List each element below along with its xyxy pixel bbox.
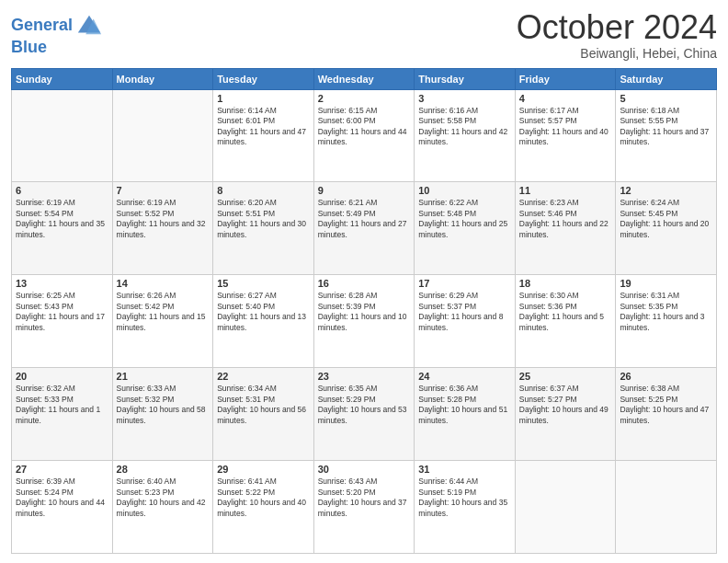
day-info: Sunrise: 6:38 AM Sunset: 5:25 PM Dayligh… — [620, 384, 712, 426]
day-info: Sunrise: 6:18 AM Sunset: 5:55 PM Dayligh… — [620, 106, 712, 148]
calendar-cell: 9Sunrise: 6:21 AM Sunset: 5:49 PM Daylig… — [313, 182, 415, 275]
calendar-cell: 12Sunrise: 6:24 AM Sunset: 5:45 PM Dayli… — [616, 182, 717, 275]
day-info: Sunrise: 6:21 AM Sunset: 5:49 PM Dayligh… — [318, 198, 411, 240]
day-number: 5 — [620, 93, 712, 104]
day-info: Sunrise: 6:35 AM Sunset: 5:29 PM Dayligh… — [318, 384, 411, 426]
calendar-cell: 29Sunrise: 6:41 AM Sunset: 5:22 PM Dayli… — [213, 461, 314, 554]
logo: General Blue — [11, 13, 102, 57]
calendar-cell: 30Sunrise: 6:43 AM Sunset: 5:20 PM Dayli… — [313, 461, 415, 554]
logo-icon — [76, 13, 102, 39]
calendar-cell: 23Sunrise: 6:35 AM Sunset: 5:29 PM Dayli… — [313, 368, 415, 461]
header: General Blue October 2024 Beiwangli, Heb… — [11, 9, 717, 61]
calendar-cell: 27Sunrise: 6:39 AM Sunset: 5:24 PM Dayli… — [12, 461, 113, 554]
calendar-cell: 14Sunrise: 6:26 AM Sunset: 5:42 PM Dayli… — [112, 275, 213, 368]
day-info: Sunrise: 6:23 AM Sunset: 5:46 PM Dayligh… — [519, 198, 612, 240]
week-row-1: 1Sunrise: 6:14 AM Sunset: 6:01 PM Daylig… — [12, 89, 717, 182]
weekday-header-saturday: Saturday — [616, 68, 717, 89]
day-info: Sunrise: 6:34 AM Sunset: 5:31 PM Dayligh… — [217, 384, 310, 426]
weekday-header-tuesday: Tuesday — [213, 68, 314, 89]
day-info: Sunrise: 6:28 AM Sunset: 5:39 PM Dayligh… — [318, 291, 411, 333]
day-number: 10 — [418, 185, 511, 196]
calendar-cell — [112, 89, 213, 182]
day-info: Sunrise: 6:33 AM Sunset: 5:32 PM Dayligh… — [117, 384, 210, 426]
day-info: Sunrise: 6:22 AM Sunset: 5:48 PM Dayligh… — [418, 198, 511, 240]
day-info: Sunrise: 6:43 AM Sunset: 5:20 PM Dayligh… — [318, 477, 411, 519]
logo-text: General — [11, 17, 73, 35]
weekday-header-wednesday: Wednesday — [313, 68, 415, 89]
weekday-header-monday: Monday — [112, 68, 213, 89]
day-number: 16 — [318, 278, 411, 289]
week-row-3: 13Sunrise: 6:25 AM Sunset: 5:43 PM Dayli… — [12, 275, 717, 368]
calendar-cell: 11Sunrise: 6:23 AM Sunset: 5:46 PM Dayli… — [515, 182, 616, 275]
day-info: Sunrise: 6:25 AM Sunset: 5:43 PM Dayligh… — [16, 291, 108, 333]
day-info: Sunrise: 6:30 AM Sunset: 5:36 PM Dayligh… — [519, 291, 612, 333]
day-number: 30 — [318, 464, 411, 475]
day-number: 17 — [418, 278, 511, 289]
calendar-cell: 24Sunrise: 6:36 AM Sunset: 5:28 PM Dayli… — [415, 368, 516, 461]
calendar-cell: 7Sunrise: 6:19 AM Sunset: 5:52 PM Daylig… — [112, 182, 213, 275]
calendar-cell: 18Sunrise: 6:30 AM Sunset: 5:36 PM Dayli… — [515, 275, 616, 368]
day-info: Sunrise: 6:20 AM Sunset: 5:51 PM Dayligh… — [217, 198, 310, 240]
day-info: Sunrise: 6:36 AM Sunset: 5:28 PM Dayligh… — [418, 384, 511, 426]
day-number: 12 — [620, 185, 712, 196]
weekday-header-thursday: Thursday — [415, 68, 516, 89]
day-info: Sunrise: 6:32 AM Sunset: 5:33 PM Dayligh… — [16, 384, 108, 426]
calendar-cell: 8Sunrise: 6:20 AM Sunset: 5:51 PM Daylig… — [213, 182, 314, 275]
calendar-cell: 4Sunrise: 6:17 AM Sunset: 5:57 PM Daylig… — [515, 89, 616, 182]
day-number: 26 — [620, 371, 712, 382]
weekday-header-row: SundayMondayTuesdayWednesdayThursdayFrid… — [12, 68, 717, 89]
day-info: Sunrise: 6:15 AM Sunset: 6:00 PM Dayligh… — [318, 106, 411, 148]
day-number: 6 — [16, 185, 108, 196]
calendar-cell: 3Sunrise: 6:16 AM Sunset: 5:58 PM Daylig… — [415, 89, 516, 182]
day-info: Sunrise: 6:37 AM Sunset: 5:27 PM Dayligh… — [519, 384, 612, 426]
calendar-cell: 10Sunrise: 6:22 AM Sunset: 5:48 PM Dayli… — [415, 182, 516, 275]
day-number: 29 — [217, 464, 310, 475]
calendar-cell — [515, 461, 616, 554]
day-number: 31 — [418, 464, 511, 475]
calendar-cell: 21Sunrise: 6:33 AM Sunset: 5:32 PM Dayli… — [112, 368, 213, 461]
day-number: 7 — [117, 185, 210, 196]
day-info: Sunrise: 6:17 AM Sunset: 5:57 PM Dayligh… — [519, 106, 612, 148]
calendar-cell: 28Sunrise: 6:40 AM Sunset: 5:23 PM Dayli… — [112, 461, 213, 554]
calendar-cell: 13Sunrise: 6:25 AM Sunset: 5:43 PM Dayli… — [12, 275, 113, 368]
day-number: 22 — [217, 371, 310, 382]
week-row-2: 6Sunrise: 6:19 AM Sunset: 5:54 PM Daylig… — [12, 182, 717, 275]
calendar-cell — [12, 89, 113, 182]
day-info: Sunrise: 6:19 AM Sunset: 5:54 PM Dayligh… — [16, 198, 108, 240]
day-number: 28 — [117, 464, 210, 475]
calendar-cell: 22Sunrise: 6:34 AM Sunset: 5:31 PM Dayli… — [213, 368, 314, 461]
page: General Blue October 2024 Beiwangli, Heb… — [0, 0, 728, 563]
day-info: Sunrise: 6:31 AM Sunset: 5:35 PM Dayligh… — [620, 291, 712, 333]
day-info: Sunrise: 6:39 AM Sunset: 5:24 PM Dayligh… — [16, 477, 108, 519]
day-number: 21 — [117, 371, 210, 382]
day-number: 8 — [217, 185, 310, 196]
calendar-cell: 2Sunrise: 6:15 AM Sunset: 6:00 PM Daylig… — [313, 89, 415, 182]
calendar-cell: 1Sunrise: 6:14 AM Sunset: 6:01 PM Daylig… — [213, 89, 314, 182]
day-number: 19 — [620, 278, 712, 289]
calendar-cell: 25Sunrise: 6:37 AM Sunset: 5:27 PM Dayli… — [515, 368, 616, 461]
day-info: Sunrise: 6:29 AM Sunset: 5:37 PM Dayligh… — [418, 291, 511, 333]
day-number: 14 — [117, 278, 210, 289]
weekday-header-friday: Friday — [515, 68, 616, 89]
day-number: 27 — [16, 464, 108, 475]
calendar-cell: 5Sunrise: 6:18 AM Sunset: 5:55 PM Daylig… — [616, 89, 717, 182]
day-number: 4 — [519, 93, 612, 104]
calendar-cell: 16Sunrise: 6:28 AM Sunset: 5:39 PM Dayli… — [313, 275, 415, 368]
day-number: 2 — [318, 93, 411, 104]
day-number: 23 — [318, 371, 411, 382]
day-number: 9 — [318, 185, 411, 196]
day-number: 25 — [519, 371, 612, 382]
day-number: 13 — [16, 278, 108, 289]
calendar-cell: 19Sunrise: 6:31 AM Sunset: 5:35 PM Dayli… — [616, 275, 717, 368]
day-info: Sunrise: 6:27 AM Sunset: 5:40 PM Dayligh… — [217, 291, 310, 333]
calendar-cell: 26Sunrise: 6:38 AM Sunset: 5:25 PM Dayli… — [616, 368, 717, 461]
week-row-5: 27Sunrise: 6:39 AM Sunset: 5:24 PM Dayli… — [12, 461, 717, 554]
calendar-cell — [616, 461, 717, 554]
day-info: Sunrise: 6:41 AM Sunset: 5:22 PM Dayligh… — [217, 477, 310, 519]
week-row-4: 20Sunrise: 6:32 AM Sunset: 5:33 PM Dayli… — [12, 368, 717, 461]
day-info: Sunrise: 6:24 AM Sunset: 5:45 PM Dayligh… — [620, 198, 712, 240]
location-subtitle: Beiwangli, Hebei, China — [517, 46, 717, 61]
day-number: 11 — [519, 185, 612, 196]
logo-blue-text: Blue — [11, 39, 102, 57]
day-info: Sunrise: 6:26 AM Sunset: 5:42 PM Dayligh… — [117, 291, 210, 333]
